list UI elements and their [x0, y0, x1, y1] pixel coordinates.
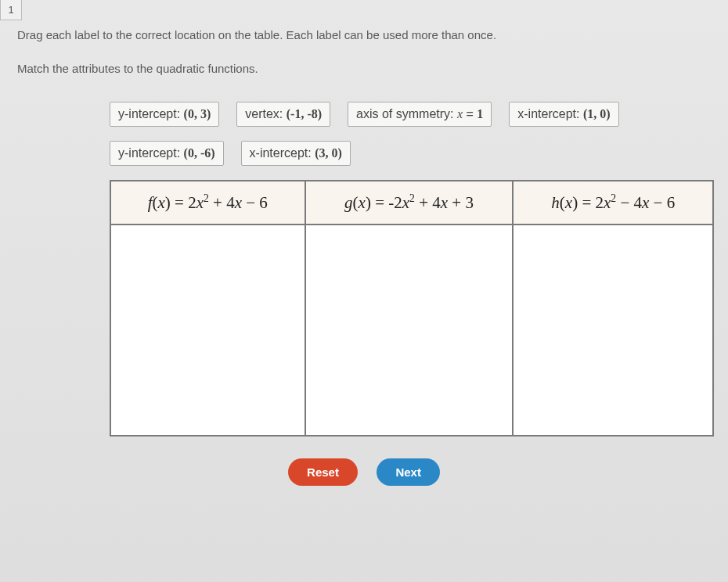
drop-zone-f[interactable] [110, 225, 305, 436]
label-x-intercept-1-0[interactable]: x-intercept: (1, 0) [509, 102, 618, 127]
drop-zone-g[interactable] [305, 225, 514, 436]
column-header-g: g(x) = -2x2 + 4x + 3 [305, 181, 514, 225]
match-table-wrap: f(x) = 2x2 + 4x − 6 g(x) = -2x2 + 4x + 3… [110, 180, 714, 436]
label-prefix: axis of symmetry: [356, 107, 457, 120]
fn-arg: x [158, 193, 165, 212]
label-prefix: y-intercept: [118, 107, 184, 120]
next-button[interactable]: Next [377, 458, 440, 486]
match-table: f(x) = 2x2 + 4x − 6 g(x) = -2x2 + 4x + 3… [110, 180, 714, 436]
label-x-intercept-3-0[interactable]: x-intercept: (3, 0) [241, 141, 351, 166]
label-row-1: y-intercept: (0, 3) vertex: (-1, -8) axi… [110, 102, 689, 127]
label-value: (0, 3) [184, 107, 211, 120]
table-header-row: f(x) = 2x2 + 4x − 6 g(x) = -2x2 + 4x + 3… [110, 181, 713, 225]
draggable-labels-area: y-intercept: (0, 3) vertex: (-1, -8) axi… [110, 102, 689, 166]
column-header-f: f(x) = 2x2 + 4x − 6 [110, 181, 305, 225]
label-vertex[interactable]: vertex: (-1, -8) [236, 102, 330, 127]
label-value: (0, -6) [184, 146, 215, 160]
fn-name: h [551, 193, 560, 212]
label-prefix: x-intercept: [517, 107, 583, 120]
content-area: Drag each label to the correct location … [0, 0, 728, 486]
label-axis-of-symmetry[interactable]: axis of symmetry: x = 1 [348, 102, 492, 127]
fn-body: = 2x2 + 4x − 6 [171, 193, 268, 212]
column-header-h: h(x) = 2x2 − 4x − 6 [513, 181, 713, 225]
fn-body: = -2x2 + 4x + 3 [371, 193, 474, 212]
label-row-2: y-intercept: (0, -6) x-intercept: (3, 0) [110, 141, 689, 166]
label-value: (3, 0) [315, 146, 342, 160]
instruction-secondary: Match the attributes to the quadratic fu… [17, 62, 711, 75]
label-prefix: y-intercept: [118, 146, 184, 160]
table-drop-row [110, 225, 713, 436]
fn-body: = 2x2 − 4x − 6 [578, 193, 675, 212]
label-y-intercept-0-3[interactable]: y-intercept: (0, 3) [110, 102, 219, 127]
fn-arg: x [359, 193, 366, 212]
label-var: x [457, 107, 463, 120]
label-y-intercept-0-neg6[interactable]: y-intercept: (0, -6) [110, 141, 224, 166]
fn-name: g [344, 193, 353, 212]
label-prefix: vertex: [245, 107, 286, 120]
reset-button[interactable]: Reset [288, 458, 358, 486]
button-row: Reset Next [17, 458, 711, 486]
label-eq: = [463, 107, 477, 120]
label-value: (-1, -8) [287, 107, 322, 120]
fn-arg: x [565, 193, 572, 212]
question-number: 1 [8, 4, 13, 16]
drop-zone-h[interactable] [513, 225, 713, 436]
question-tab[interactable]: 1 [0, 0, 22, 20]
instruction-primary: Drag each label to the correct location … [17, 28, 711, 41]
label-prefix: x-intercept: [250, 146, 315, 160]
label-value: 1 [477, 107, 483, 120]
label-value: (1, 0) [583, 107, 611, 120]
